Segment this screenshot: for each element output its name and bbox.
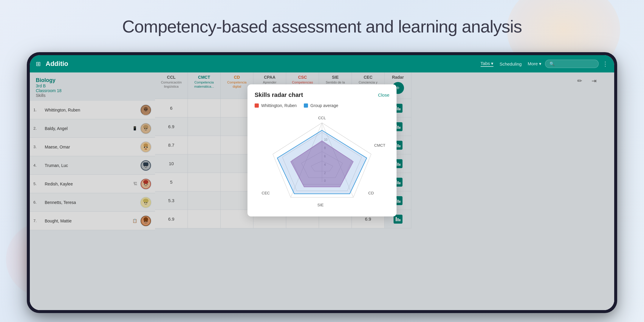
svg-text:CEC: CEC [262,191,270,195]
svg-text:CMCT: CMCT [374,143,386,148]
radar-chart-container: CCL CMCT CD SIE CEC 10 8 6 4 2 0 [255,114,389,209]
svg-text:CCL: CCL [318,116,326,120]
search-box[interactable]: 🔍 [545,60,599,68]
device-frame: ⊞ Additio Tabs ▾ Scheduling More ▾ 🔍 ⋮ [27,52,617,313]
legend-label-student: Whittington, Ruben [261,103,297,108]
legend-color-blue [304,103,308,108]
topbar-nav: Tabs ▾ Scheduling More ▾ [481,61,541,67]
modal-legend: Whittington, Ruben Group average [255,103,389,108]
svg-text:SIE: SIE [318,203,324,207]
grid-icon[interactable]: ⊞ [36,60,41,67]
tabs-label: Tabs ▾ [481,61,494,66]
radar-chart: CCL CMCT CD SIE CEC 10 8 6 4 2 0 [255,114,389,209]
search-icon: 🔍 [549,61,555,66]
modal-header: Skills radar chart Close [255,92,389,98]
legend-color-red [255,103,259,108]
modal-title: Skills radar chart [255,92,303,98]
svg-text:CD: CD [368,191,374,195]
legend-label-group: Group average [310,103,338,108]
nav-more[interactable]: More ▾ [528,61,541,66]
more-label: More ▾ [528,61,541,66]
legend-item-group: Group average [304,103,338,108]
modal-overlay: Skills radar chart Close Whittington, Ru… [30,72,614,310]
nav-tabs[interactable]: Tabs ▾ [481,61,494,67]
scheduling-label: Scheduling [499,61,521,66]
modal-close-button[interactable]: Close [378,92,389,97]
screen: ⊞ Additio Tabs ▾ Scheduling More ▾ 🔍 ⋮ [30,55,614,310]
brand-label: Additio [46,60,477,68]
nav-scheduling[interactable]: Scheduling [499,61,521,66]
topbar-menu-dots[interactable]: ⋮ [602,60,608,67]
skills-radar-modal: Skills radar chart Close Whittington, Ru… [247,84,397,216]
legend-item-student: Whittington, Ruben [255,103,297,108]
topbar: ⊞ Additio Tabs ▾ Scheduling More ▾ 🔍 ⋮ [30,55,614,72]
page-title: Competency-based assessment and learning… [0,16,644,36]
